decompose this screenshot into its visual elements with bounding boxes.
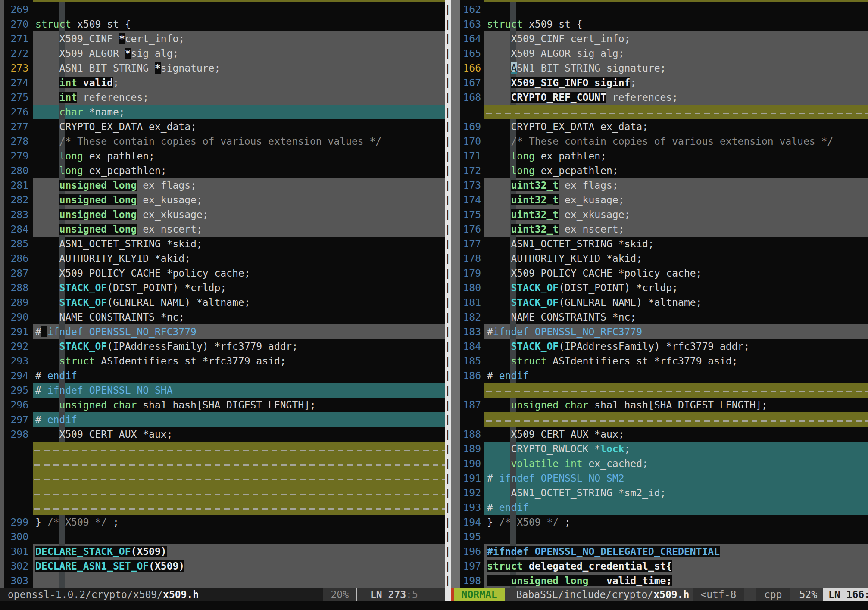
code-line[interactable]: 293 struct ASIdentifiers_st *rfc3779_asi… bbox=[0, 354, 445, 368]
code-line[interactable]: 297# endif bbox=[0, 412, 445, 427]
code-segment: ex_pcpathlen; bbox=[83, 165, 167, 176]
code-line[interactable]: 280 long ex_pcpathlen; bbox=[0, 163, 445, 178]
code-line[interactable]: 179 X509_POLICY_CACHE *policy_cache; bbox=[451, 266, 868, 280]
code-segment bbox=[487, 194, 511, 205]
code-line[interactable]: 172 long ex_pcpathlen; bbox=[451, 163, 868, 178]
code-line[interactable]: 191# ifndef OPENSSL_NO_SM2 bbox=[451, 471, 868, 486]
code-line[interactable]: 165 X509_ALGOR sig_alg; bbox=[451, 46, 868, 61]
code-segment: unsigned long bbox=[59, 224, 137, 235]
code-segment: STACK_OF bbox=[511, 282, 559, 293]
code-line[interactable]: 273 ASN1_BIT_STRING *signature; bbox=[0, 61, 445, 75]
right-fold-column[interactable] bbox=[451, 0, 460, 588]
code-line[interactable]: 193# endif bbox=[451, 500, 868, 515]
separator-bar-glyph: | bbox=[445, 2, 451, 17]
code-line[interactable]: 276 char *name; bbox=[0, 105, 445, 119]
code-line[interactable]: 274 int valid; bbox=[0, 75, 445, 90]
code-line[interactable]: 176 uint32_t ex_nscert; bbox=[451, 222, 868, 237]
code-line[interactable]: 284 unsigned long ex_nscert; bbox=[0, 222, 445, 237]
code-segment: SN1_BIT_STRING signature; bbox=[517, 62, 666, 74]
code-segment: unsigned long bbox=[59, 180, 137, 191]
code-line[interactable]: 167 X509_SIG_INFO siginf; bbox=[451, 75, 868, 90]
command-line[interactable] bbox=[0, 601, 868, 610]
line-text: CRYPTO_EX_DATA ex_data; bbox=[35, 119, 197, 134]
code-line[interactable]: 171 long ex_pathlen; bbox=[451, 149, 868, 163]
code-line[interactable]: 177 ASN1_OCTET_STRING *skid; bbox=[451, 237, 868, 251]
code-line[interactable]: 184 STACK_OF(IPAddressFamily) *rfc3779_a… bbox=[451, 339, 868, 354]
code-line[interactable]: 173 uint32_t ex_flags; bbox=[451, 178, 868, 193]
code-line[interactable]: 288 STACK_OF(DIST_POINT) *crldp; bbox=[0, 280, 445, 295]
code-line[interactable]: 269 bbox=[0, 2, 445, 17]
code-line[interactable]: 175 uint32_t ex_xkusage; bbox=[451, 207, 868, 222]
code-line[interactable]: 168 CRYPTO_REF_COUNT references; bbox=[451, 90, 868, 105]
code-line[interactable]: 166 ASN1_BIT_STRING signature; bbox=[451, 61, 868, 75]
code-line[interactable]: 170 /* These contain copies of various e… bbox=[451, 134, 868, 149]
separator-bar-glyph: | bbox=[445, 193, 451, 207]
line-text: long ex_pcpathlen; bbox=[35, 163, 167, 178]
code-line[interactable]: 182 NAME_CONSTRAINTS *nc; bbox=[451, 310, 868, 324]
code-segment bbox=[35, 150, 59, 162]
code-line[interactable]: 291# ifndef OPENSSL_NO_RFC3779 bbox=[0, 324, 445, 339]
code-line[interactable]: 289 STACK_OF(GENERAL_NAME) *altname; bbox=[0, 295, 445, 310]
code-line[interactable]: 290 NAME_CONSTRAINTS *nc; bbox=[0, 310, 445, 324]
code-line[interactable]: 272 X509_ALGOR *sig_alg; bbox=[0, 46, 445, 61]
code-line[interactable]: 186# endif bbox=[451, 368, 868, 383]
code-line[interactable]: 181 STACK_OF(GENERAL_NAME) *altname; bbox=[451, 295, 868, 310]
code-segment: # bbox=[35, 326, 41, 337]
code-line[interactable]: 275 int references; bbox=[0, 90, 445, 105]
left-editor-pane[interactable]: 269270struct x509_st {271 X509_CINF *cer… bbox=[0, 0, 445, 588]
code-segment bbox=[35, 355, 59, 367]
code-segment: ex_pcpathlen; bbox=[535, 165, 618, 176]
code-line[interactable]: 277 CRYPTO_EX_DATA ex_data; bbox=[0, 119, 445, 134]
code-line[interactable]: 178 AUTHORITY_KEYID *akid; bbox=[451, 251, 868, 266]
code-segment: unsigned long bbox=[59, 194, 137, 205]
code-segment: CRYPTO_RWLOCK * bbox=[487, 443, 600, 454]
right-editor-pane[interactable]: 162163struct x509_st {164 X509_CINF cert… bbox=[451, 0, 868, 588]
code-line[interactable]: 286 AUTHORITY_KEYID *akid; bbox=[0, 251, 445, 266]
code-line[interactable]: 185 struct ASIdentifiers_st *rfc3779_asi… bbox=[451, 354, 868, 368]
code-line[interactable]: 279 long ex_pathlen; bbox=[0, 149, 445, 163]
line-text: long ex_pathlen; bbox=[35, 149, 155, 163]
code-segment bbox=[487, 575, 511, 586]
code-line[interactable]: 188 X509_CERT_AUX *aux; bbox=[451, 427, 868, 442]
code-line[interactable]: 292 STACK_OF(IPAddressFamily) *rfc3779_a… bbox=[0, 339, 445, 354]
code-line[interactable]: 174 uint32_t ex_kusage; bbox=[451, 193, 868, 207]
code-line[interactable]: 192 ASN1_OCTET_STRING *sm2_id; bbox=[451, 486, 868, 500]
code-line[interactable]: 295# ifndef OPENSSL_NO_SHA bbox=[0, 383, 445, 398]
code-segment: AUTHORITY_KEYID *akid; bbox=[487, 253, 642, 264]
code-line[interactable]: 294# endif bbox=[0, 368, 445, 383]
code-line[interactable]: 164 X509_CINF cert_info; bbox=[451, 31, 868, 46]
code-line[interactable]: 283 unsigned long ex_xkusage; bbox=[0, 207, 445, 222]
code-line[interactable]: 285 ASN1_OCTET_STRING *skid; bbox=[0, 237, 445, 251]
code-line[interactable]: 281 unsigned long ex_flags; bbox=[0, 178, 445, 193]
code-line[interactable]: 278 /* These contain copies of various e… bbox=[0, 134, 445, 149]
code-segment: * bbox=[155, 62, 161, 74]
left-fold-column[interactable] bbox=[0, 0, 4, 588]
code-line[interactable]: 183#ifndef OPENSSL_NO_RFC3779 bbox=[451, 324, 868, 339]
code-line[interactable]: 180 STACK_OF(DIST_POINT) *crldp; bbox=[451, 280, 868, 295]
window-separator[interactable]: |||||||||||||||||||||||||||||||||||||||| bbox=[445, 0, 451, 601]
code-line[interactable]: 190 volatile int ex_cached; bbox=[451, 456, 868, 471]
code-line[interactable]: 287 X509_POLICY_CACHE *policy_cache; bbox=[0, 266, 445, 280]
code-line[interactable]: 296 unsigned char sha1_hash[SHA_DIGEST_L… bbox=[0, 398, 445, 412]
code-line[interactable]: 169 CRYPTO_EX_DATA ex_data; bbox=[451, 119, 868, 134]
code-line[interactable]: 299} /* X509 */ ; bbox=[0, 515, 445, 529]
code-line[interactable]: 303 bbox=[0, 573, 445, 588]
code-segment: CRYPTO_REF_COUNT bbox=[511, 92, 606, 103]
code-line[interactable]: 270struct x509_st { bbox=[0, 17, 445, 31]
code-line[interactable]: 302DECLARE_ASN1_SET_OF(X509) bbox=[0, 559, 445, 573]
code-line[interactable]: 187 unsigned char sha1_hash[SHA_DIGEST_L… bbox=[451, 398, 868, 412]
code-segment: # bbox=[35, 385, 47, 396]
code-line[interactable]: 271 X509_CINF *cert_info; bbox=[0, 31, 445, 46]
code-line[interactable]: 163struct x509_st { bbox=[451, 17, 868, 31]
code-segment: uint32_t bbox=[511, 194, 559, 205]
code-line[interactable]: 197struct delegated_credential_st{ bbox=[451, 559, 868, 573]
code-line[interactable]: 194} /* X509 */ ; bbox=[451, 515, 868, 529]
code-line[interactable]: 196#ifndef OPENSSL_NO_DELEGATED_CREDENTI… bbox=[451, 544, 868, 559]
code-line[interactable]: 198 unsigned long valid_time; bbox=[451, 573, 868, 588]
code-line[interactable]: 298 X509_CERT_AUX *aux; bbox=[0, 427, 445, 442]
code-line[interactable]: 282 unsigned long ex_kusage; bbox=[0, 193, 445, 207]
code-line[interactable]: 301DECLARE_STACK_OF(X509) bbox=[0, 544, 445, 559]
code-line[interactable]: 300 bbox=[0, 529, 445, 544]
code-segment: int bbox=[565, 458, 583, 469]
code-line[interactable]: 189 CRYPTO_RWLOCK *lock; bbox=[451, 442, 868, 456]
